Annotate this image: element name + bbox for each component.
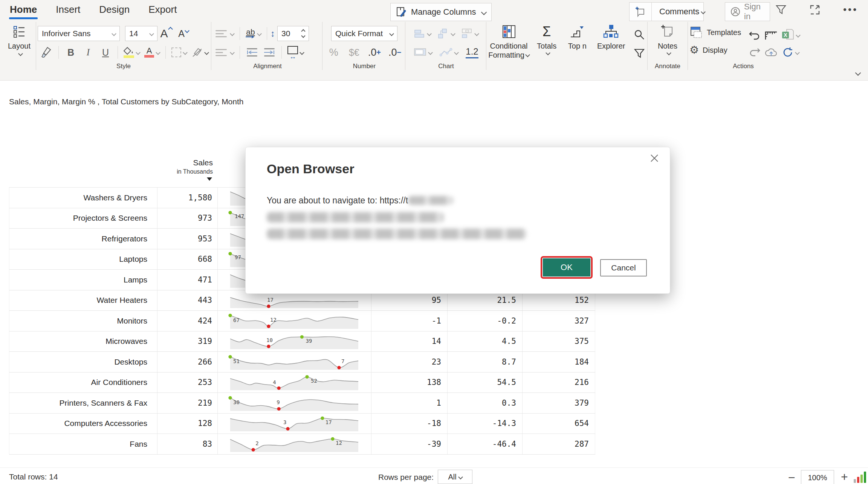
table-row[interactable]: Computers Accessories128317-18-14.3654	[9, 414, 595, 434]
conditional-formatting-button[interactable]: Conditional Formatting	[487, 21, 530, 66]
layout-chart-type-button[interactable]	[458, 26, 481, 41]
tab-design[interactable]: Design	[98, 2, 130, 19]
close-icon[interactable]	[649, 153, 660, 164]
notes-button[interactable]: Notes	[649, 21, 686, 66]
wrap-text-button[interactable]: ab	[243, 26, 263, 41]
margin-pct-cell: -46.4	[447, 434, 522, 454]
vertical-align-button[interactable]	[213, 26, 236, 41]
margin-pct-cell: 8.7	[447, 352, 522, 372]
redo-icon[interactable]	[749, 48, 761, 57]
add-comment-icon[interactable]	[630, 3, 652, 21]
focus-mode-icon[interactable]	[809, 4, 821, 15]
row-height-stepper[interactable]: 30	[277, 26, 309, 41]
font-size-select[interactable]: 14	[125, 26, 157, 41]
table-chart-button[interactable]	[411, 44, 434, 60]
row-height-icon: ↕	[270, 28, 275, 39]
fill-color-button[interactable]	[121, 44, 142, 60]
annotate-group: Notes Annotate	[649, 21, 686, 71]
row-header-cell: Printers, Scanners & Fax	[9, 393, 157, 413]
tab-insert[interactable]: Insert	[55, 2, 81, 19]
top-n-button[interactable]: Top n	[563, 21, 591, 66]
quick-format-button[interactable]: Quick Format	[331, 26, 397, 41]
table-row[interactable]: Air Conditioners25345213854.5216	[9, 373, 595, 393]
blurred-url-line	[267, 229, 527, 239]
margin-pct-cell: 54.5	[447, 373, 522, 393]
filter-icon[interactable]	[775, 4, 787, 15]
row-header-cell: Washers & Dryers	[9, 188, 157, 208]
column-width-button[interactable]: ↔	[285, 44, 306, 60]
sparkline-max-dot	[321, 417, 324, 420]
templates-button[interactable]: Templates	[689, 26, 741, 39]
increase-decimal-button[interactable]: .0+	[366, 44, 383, 60]
grow-font-button[interactable]: A	[157, 26, 175, 41]
more-options-icon[interactable]: •••	[843, 4, 858, 15]
filter-rows-icon[interactable]	[634, 49, 645, 58]
shrink-font-button[interactable]: A	[175, 26, 192, 41]
cancel-button[interactable]: Cancel	[600, 259, 647, 276]
wrap-text-icon: ab	[246, 29, 255, 38]
manage-columns-button[interactable]: Manage Columns	[390, 3, 492, 21]
clear-format-button[interactable]	[189, 44, 211, 60]
export-excel-button[interactable]: X	[781, 29, 800, 41]
explorer-icon	[603, 24, 619, 39]
table-row[interactable]: Microwaves3191039144.5375	[9, 331, 595, 352]
bar-chart-type-button[interactable]	[412, 26, 433, 41]
analyze-tools	[631, 21, 647, 66]
sparkline-min-dot	[267, 345, 270, 348]
sparkline-button[interactable]	[437, 44, 460, 60]
row-header-cell: Refrigerators	[9, 229, 157, 249]
table-row[interactable]: Printers, Scanners & Fax21930910.3379	[9, 393, 595, 414]
sales-column-header[interactable]: Sales in Thousands	[157, 158, 213, 182]
table-row[interactable]: Fans83212-39-46.4287	[9, 434, 595, 455]
totals-button[interactable]: Σ Totals	[534, 21, 559, 66]
sparkline-label: 12	[336, 440, 342, 446]
comments-button[interactable]: Comments	[656, 7, 709, 17]
display-button[interactable]: ⚙ Display	[689, 44, 741, 56]
margin-pct-cell: 0.3	[447, 393, 522, 413]
collapse-ribbon-icon[interactable]	[855, 70, 861, 76]
rows-per-page-select[interactable]: All	[438, 470, 472, 484]
tab-home[interactable]: Home	[9, 2, 38, 19]
font-color-button[interactable]: A	[142, 44, 162, 60]
increase-indent-button[interactable]	[261, 44, 278, 60]
sparkline-cell: 6712	[217, 311, 371, 331]
refresh-button[interactable]	[782, 47, 799, 58]
ruler-icon[interactable]	[765, 30, 778, 40]
decrease-indent-button[interactable]	[243, 44, 261, 60]
customers-cell: 184	[522, 352, 595, 372]
format-painter-icon[interactable]	[38, 44, 55, 60]
cloud-upload-icon[interactable]	[764, 47, 778, 57]
blurred-url-segment	[408, 196, 453, 205]
undo-icon[interactable]	[749, 30, 761, 40]
search-icon[interactable]	[634, 29, 645, 40]
decrease-decimal-button[interactable]: .0−	[386, 44, 403, 60]
italic-button[interactable]: I	[79, 44, 97, 60]
font-name-select[interactable]: Inforiver Sans	[38, 26, 120, 41]
zoom-out-button[interactable]: −	[788, 474, 795, 481]
top-n-icon	[569, 24, 585, 39]
gear-icon: ⚙	[689, 44, 699, 56]
tab-export[interactable]: Export	[148, 2, 177, 19]
percent-format-button[interactable]: %	[325, 44, 342, 60]
horizontal-align-button[interactable]	[213, 44, 236, 60]
table-row[interactable]: Monitors4246712-1-0.2327	[9, 311, 595, 331]
sparkline-label: 10	[266, 337, 273, 343]
zoom-level[interactable]: 100%	[801, 470, 834, 484]
hierarchy-chart-type-button[interactable]	[435, 26, 457, 41]
currency-format-button[interactable]: $€	[345, 44, 363, 60]
row-header-cell: Desktops	[9, 352, 157, 372]
borders-button[interactable]	[169, 44, 189, 60]
bold-button[interactable]: B	[62, 44, 79, 60]
sales-cell: 953	[157, 229, 217, 249]
underline-button[interactable]: U	[97, 44, 114, 60]
layout-button[interactable]: Layout	[3, 21, 35, 66]
table-row[interactable]: Desktops266517238.7184	[9, 352, 595, 373]
notes-icon	[660, 24, 675, 39]
sign-in-button[interactable]: Sign in	[725, 2, 770, 21]
explorer-button[interactable]: Explorer	[595, 21, 627, 66]
number-scale-button[interactable]: 1.2	[463, 44, 481, 60]
ok-button[interactable]: OK	[542, 258, 591, 277]
svg-text:X: X	[784, 32, 787, 38]
zoom-in-button[interactable]: +	[841, 473, 848, 481]
sparkline-cell: 317	[217, 414, 371, 434]
